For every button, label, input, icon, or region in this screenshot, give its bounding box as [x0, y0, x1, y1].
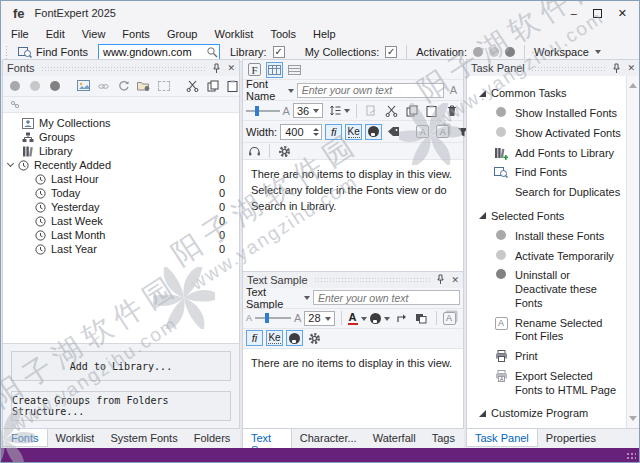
panel-close-icon[interactable]: ✕	[227, 63, 235, 73]
preview-text-input[interactable]	[297, 83, 444, 98]
font-color-caret-icon[interactable]	[361, 317, 367, 324]
duplicate-properties-icon[interactable]: A	[434, 124, 451, 140]
menu-file[interactable]: File	[11, 28, 29, 40]
color-toggle[interactable]	[286, 330, 303, 346]
tab-system-fonts[interactable]: System Fonts	[102, 429, 185, 446]
layers-icon[interactable]	[413, 310, 430, 326]
activation-deactivate-dot[interactable]	[505, 47, 515, 57]
gear-icon[interactable]	[276, 143, 293, 159]
task-scrollbar[interactable]	[626, 76, 639, 428]
ligatures-toggle[interactable]: fi	[246, 330, 263, 346]
pin-icon[interactable]	[612, 63, 621, 74]
paste-icon[interactable]	[423, 103, 440, 119]
image-icon[interactable]	[75, 78, 92, 94]
selection-icon[interactable]	[155, 78, 172, 94]
menu-edit[interactable]: Edit	[46, 28, 65, 40]
tab-properties[interactable]: Properties	[538, 429, 604, 446]
task-activate-temporarily[interactable]: Activate Temporarily	[477, 247, 623, 267]
details-view-button[interactable]	[286, 62, 303, 78]
task-program-options[interactable]: Program Options	[477, 424, 623, 428]
duplicate-properties-icon[interactable]: A	[443, 312, 456, 325]
paste-icon[interactable]	[224, 78, 241, 94]
task-add-fonts-to-library[interactable]: Add Fonts to Library	[477, 144, 623, 164]
task-find-fonts[interactable]: Find Fonts	[477, 163, 623, 183]
cut-icon[interactable]	[184, 78, 201, 94]
tree-item-library[interactable]: Library	[3, 144, 239, 158]
expander-chevron-icon[interactable]	[7, 160, 14, 167]
task-uninstall-or-deactivate[interactable]: Uninstall or Deactivate these Fonts	[477, 266, 623, 313]
line-spacing-caret-icon[interactable]	[344, 109, 350, 116]
chain-icon[interactable]	[6, 97, 23, 113]
cut-icon[interactable]	[383, 103, 400, 119]
pin-icon[interactable]	[436, 274, 445, 285]
menu-help[interactable]: Help	[313, 28, 336, 40]
add-to-library-button[interactable]: Add to Library...	[11, 351, 231, 381]
sample-size-combobox[interactable]: 28	[304, 311, 334, 326]
tree-item-yesterday[interactable]: Yesterday 0	[3, 200, 239, 214]
list-view-button[interactable]	[266, 62, 283, 78]
refresh-icon[interactable]	[115, 78, 132, 94]
tree-item-groups[interactable]: Groups	[3, 130, 239, 144]
copy-icon[interactable]	[204, 78, 221, 94]
tree-item-last-week[interactable]: Last Week 0	[3, 214, 239, 228]
search-icon[interactable]	[206, 46, 218, 58]
tree-item-last-hour[interactable]: Last Hour 0	[3, 172, 239, 186]
section-selected-fonts[interactable]: Selected Fonts	[479, 210, 623, 222]
font-name-caret-icon[interactable]	[288, 89, 294, 96]
install-state-icon[interactable]	[6, 78, 23, 94]
rotate-icon[interactable]	[393, 310, 410, 326]
tab-folders[interactable]: Folders	[186, 429, 239, 446]
tags-icon[interactable]	[385, 124, 402, 140]
task-show-activated-fonts[interactable]: Show Activated Fonts	[477, 124, 623, 144]
kerning-toggle[interactable]: Ke	[266, 330, 283, 346]
activation-installed-dot[interactable]	[473, 47, 483, 57]
task-export-to-html[interactable]: A Export Selected Fonts to HTML Page	[477, 367, 623, 401]
tab-worklist[interactable]: Worklist	[48, 429, 103, 446]
tab-fonts[interactable]: Fonts	[2, 429, 48, 447]
size-combobox[interactable]: 36	[293, 103, 323, 118]
tree-item-my-collections[interactable]: My Collections	[3, 116, 239, 130]
section-common-tasks[interactable]: Common Tasks	[479, 87, 623, 99]
task-search-for-duplicates[interactable]: Search for Duplicates	[477, 183, 623, 203]
background-color-icon[interactable]	[370, 313, 381, 324]
deactivate-state-icon[interactable]	[46, 78, 63, 94]
smoothing-icon[interactable]	[246, 143, 263, 159]
menu-tools[interactable]: Tools	[270, 28, 296, 40]
scroll-down-icon[interactable]	[629, 416, 637, 425]
tab-characters[interactable]: Character...	[292, 429, 365, 446]
maximize-button[interactable]	[593, 9, 602, 18]
library-checkbox[interactable]: ✓	[273, 46, 285, 58]
task-show-installed-fonts[interactable]: Show Installed Fonts	[477, 104, 623, 124]
tree-item-last-month[interactable]: Last Month 0	[3, 228, 239, 242]
font-properties-icon[interactable]: A	[414, 124, 431, 140]
activation-temporary-dot[interactable]	[489, 47, 499, 57]
panel-close-icon[interactable]: ✕	[627, 63, 635, 73]
ligatures-toggle[interactable]: fi	[325, 124, 342, 140]
sample-text-input[interactable]	[313, 290, 460, 305]
tree-item-today[interactable]: Today 0	[3, 186, 239, 200]
folder-options-icon[interactable]	[135, 78, 152, 94]
menu-fonts[interactable]: Fonts	[122, 28, 150, 40]
pin-icon[interactable]	[212, 63, 221, 74]
size-slider[interactable]	[246, 105, 280, 117]
tree-item-last-year[interactable]: Last Year 0	[3, 242, 239, 256]
tab-tags[interactable]: Tags	[424, 429, 463, 446]
kerning-toggle[interactable]: Ke	[345, 124, 362, 140]
task-install-these-fonts[interactable]: Install these Fonts	[477, 227, 623, 247]
task-rename-selected-font-files[interactable]: A Rename Selected Font Files	[477, 314, 623, 348]
spinner-arrows-icon[interactable]	[313, 125, 319, 139]
line-spacing-icon[interactable]	[326, 103, 343, 119]
activate-state-icon[interactable]	[26, 78, 43, 94]
menu-view[interactable]: View	[82, 28, 106, 40]
copy-icon[interactable]	[403, 103, 420, 119]
create-groups-button[interactable]: Create Groups from Folders Structure...	[11, 391, 231, 421]
background-color-caret-icon[interactable]	[384, 317, 390, 324]
color-toggle[interactable]	[365, 124, 382, 140]
tree-item-recently-added[interactable]: Recently Added	[3, 158, 239, 172]
gear-icon[interactable]	[306, 330, 323, 346]
panel-drag-texture[interactable]	[531, 66, 607, 71]
panel-close-icon[interactable]: ✕	[451, 275, 459, 285]
collections-checkbox[interactable]: ✓	[385, 46, 397, 58]
delete-icon[interactable]	[443, 103, 460, 119]
link-icon[interactable]	[95, 78, 112, 94]
